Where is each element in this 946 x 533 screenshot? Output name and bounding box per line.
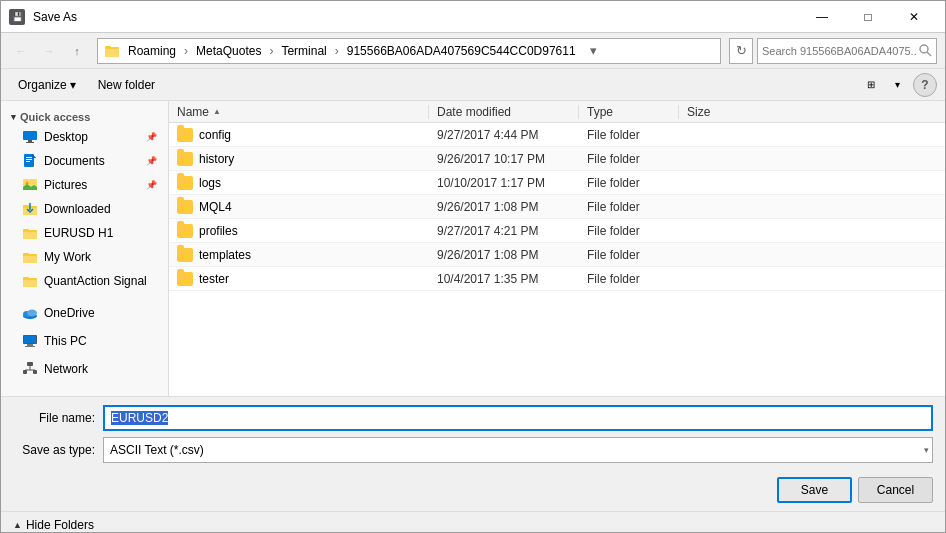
pin-icon-desktop: 📌 [146,132,157,142]
svg-rect-32 [27,344,33,346]
svg-rect-35 [23,370,27,374]
file-name-cell: config [169,128,429,142]
refresh-button[interactable]: ↻ [729,38,753,64]
svg-rect-23 [23,253,29,256]
folder-icon [177,224,193,238]
sidebar-item-mywork[interactable]: My Work [1,245,168,269]
sidebar-item-thispc[interactable]: This PC [1,329,168,353]
chevron-up-icon: ▲ [13,520,22,530]
table-row[interactable]: profiles 9/27/2017 4:21 PM File folder [169,219,945,243]
forward-button[interactable]: → [37,39,61,63]
crumb-roaming[interactable]: Roaming [124,42,180,60]
thispc-icon [22,333,38,349]
sidebar-item-network[interactable]: Network [1,357,168,381]
help-button[interactable]: ? [913,73,937,97]
svg-rect-10 [26,159,32,160]
crumb-guid[interactable]: 915566BA06ADA407569C544CC0D97611 [343,42,580,60]
file-name-cell: templates [169,248,429,262]
window-controls: — □ ✕ [799,1,937,33]
table-row[interactable]: tester 10/4/2017 1:35 PM File folder [169,267,945,291]
svg-rect-2 [105,46,111,49]
crumb-terminal[interactable]: Terminal [277,42,330,60]
column-size[interactable]: Size [679,105,759,119]
cancel-button[interactable]: Cancel [858,477,933,503]
bottom-area: File name: Save as type: ASCII Text (*.c… [1,396,945,532]
file-name-cell: tester [169,272,429,286]
folder-icon [177,272,193,286]
table-row[interactable]: MQL4 9/26/2017 1:08 PM File folder [169,195,945,219]
pictures-icon [22,177,38,193]
svg-rect-20 [23,229,29,232]
sidebar-item-pictures[interactable]: Pictures 📌 [1,173,168,197]
view-mode-button[interactable]: ⊞ [859,73,883,97]
svg-rect-11 [26,161,30,162]
back-button[interactable]: ← [9,39,33,63]
close-button[interactable]: ✕ [891,1,937,33]
sidebar-item-quantaction[interactable]: QuantAction Signal [1,269,168,293]
sidebar: ▾ Quick access Desktop 📌 [1,101,169,396]
filename-label: File name: [13,411,103,425]
column-name[interactable]: Name ▲ [169,105,429,119]
svg-point-3 [920,45,928,53]
save-button[interactable]: Save [777,477,852,503]
folder-icon [177,200,193,214]
file-toolbar: Organize ▾ New folder ⊞ ▾ ? [1,69,945,101]
savetype-label: Save as type: [13,443,103,457]
folder-yellow-icon [22,225,38,241]
svg-rect-7 [26,142,34,143]
network-icon [22,361,38,377]
column-date[interactable]: Date modified [429,105,579,119]
maximize-button[interactable]: □ [845,1,891,33]
savetype-select[interactable]: ASCII Text (*.csv)CSV (*.csv)All Files (… [103,437,933,463]
file-name-cell: history [169,152,429,166]
sidebar-item-desktop[interactable]: Desktop 📌 [1,125,168,149]
filename-input[interactable] [103,405,933,431]
folder-icon [177,152,193,166]
svg-rect-19 [23,232,37,239]
svg-rect-6 [28,140,32,142]
filename-row: File name: [13,405,933,431]
sidebar-item-downloaded[interactable]: Downloaded [1,197,168,221]
svg-rect-25 [23,280,37,287]
sort-arrow: ▲ [213,107,221,116]
view-dropdown-button[interactable]: ▾ [885,73,909,97]
folder-yellow3-icon [22,273,38,289]
table-row[interactable]: logs 10/10/2017 1:17 PM File folder [169,171,945,195]
svg-rect-34 [27,362,33,366]
sidebar-item-eurusd[interactable]: EURUSD H1 [1,221,168,245]
address-toolbar: ← → ↑ Roaming › MetaQuotes › Terminal › … [1,33,945,69]
documents-icon [22,153,38,169]
table-row[interactable]: config 9/27/2017 4:44 PM File folder [169,123,945,147]
sidebar-item-documents[interactable]: Documents 📌 [1,149,168,173]
folder-icon [177,248,193,262]
address-dropdown-button[interactable]: ▾ [584,39,604,63]
search-box[interactable] [757,38,937,64]
sidebar-item-onedrive[interactable]: OneDrive [1,301,168,325]
view-controls: ⊞ ▾ [859,73,909,97]
folder-small-icon [104,43,120,59]
up-button[interactable]: ↑ [65,39,89,63]
savetype-wrapper: ASCII Text (*.csv)CSV (*.csv)All Files (… [103,437,933,463]
svg-rect-5 [23,131,37,140]
folder-yellow2-icon [22,249,38,265]
minimize-button[interactable]: — [799,1,845,33]
file-name-cell: logs [169,176,429,190]
file-name-cell: MQL4 [169,200,429,214]
svg-rect-26 [23,277,29,280]
new-folder-button[interactable]: New folder [89,73,164,97]
svg-point-29 [27,310,37,317]
hide-folders-row[interactable]: ▲ Hide Folders [1,511,945,532]
file-area: Name ▲ Date modified Type Size [169,101,945,396]
address-bar[interactable]: Roaming › MetaQuotes › Terminal › 915566… [97,38,721,64]
table-row[interactable]: history 9/26/2017 10:17 PM File folder [169,147,945,171]
column-type[interactable]: Type [579,105,679,119]
table-row[interactable]: templates 9/26/2017 1:08 PM File folder [169,243,945,267]
pin-icon-pictures: 📌 [146,180,157,190]
file-name-cell: profiles [169,224,429,238]
crumb-metaquotes[interactable]: MetaQuotes [192,42,265,60]
search-input[interactable] [762,45,917,57]
svg-line-4 [927,52,931,56]
organize-button[interactable]: Organize ▾ [9,73,85,97]
svg-rect-16 [23,205,29,208]
file-list: config 9/27/2017 4:44 PM File folder his… [169,123,945,396]
